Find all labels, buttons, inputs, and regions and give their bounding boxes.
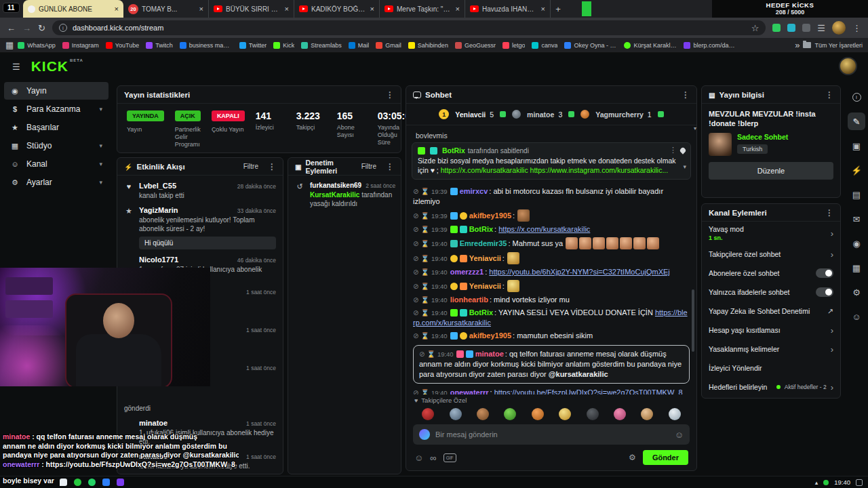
quick-emote[interactable] xyxy=(504,408,516,420)
mention[interactable]: @kursatkarakilic xyxy=(549,370,608,378)
filter-button[interactable]: Filtre xyxy=(361,163,376,170)
bookmark-twitch[interactable]: Twitch xyxy=(143,42,176,49)
card-icon[interactable] xyxy=(848,186,865,203)
action-account-age[interactable]: Hesap yaşı kısıtlaması xyxy=(702,321,840,340)
reload-icon[interactable] xyxy=(38,23,45,33)
whatsapp-icon[interactable] xyxy=(88,479,96,486)
quick-emote[interactable] xyxy=(422,408,434,420)
sidebar-item-ayarlar[interactable]: Ayarlar xyxy=(4,174,108,191)
kick-live-icon[interactable] xyxy=(74,479,81,486)
lightning-icon[interactable] xyxy=(848,161,865,179)
close-tab-icon[interactable] xyxy=(285,5,289,13)
bookmark-star-icon[interactable] xyxy=(751,23,760,33)
edit-icon[interactable] xyxy=(848,113,865,130)
extensions-puzzle-icon[interactable] xyxy=(802,24,810,32)
sidebar-item-kanal[interactable]: Kanal xyxy=(4,155,108,173)
chat-scrollbar[interactable] xyxy=(692,289,694,352)
bookmark-letgo[interactable]: letgo xyxy=(500,42,528,49)
timeout-user-icon[interactable] xyxy=(420,296,429,304)
tab-buyuk-sirri[interactable]: BÜYÜK SIRRI ÇÖ... xyxy=(209,0,294,18)
tab-kadikoy-bogasi[interactable]: KADIKÖY BOĞASI @Asitmen İ... xyxy=(294,0,380,18)
tab-havuzda-ihanet[interactable]: Havuzda İHANET! Fenomen ALİ... xyxy=(465,0,551,18)
delete-message-icon[interactable] xyxy=(413,240,418,247)
bookmark-geoguessr[interactable]: GeoGuessr xyxy=(452,42,498,49)
new-tab-button[interactable] xyxy=(551,1,566,16)
timeout-user-icon[interactable] xyxy=(420,309,429,317)
sidebar-item-para-kazanma[interactable]: Para Kazanma xyxy=(4,100,108,118)
leaderboard-user[interactable]: minatoe xyxy=(527,110,554,119)
close-tab-icon[interactable] xyxy=(456,5,460,13)
sad-emote[interactable] xyxy=(507,252,519,264)
timeout-user-icon[interactable] xyxy=(420,283,429,290)
timeout-user-icon[interactable] xyxy=(420,226,429,233)
emote-picker-icon[interactable] xyxy=(675,430,684,440)
chat-username[interactable]: minatoe xyxy=(475,350,507,358)
messages-icon[interactable] xyxy=(848,210,865,228)
quick-emote[interactable] xyxy=(641,408,653,420)
bookmark-blerp[interactable]: blerp.com/dashboar... xyxy=(681,42,739,49)
camera-app-icon[interactable] xyxy=(102,479,110,486)
profile-avatar[interactable] xyxy=(839,57,857,75)
url-bar[interactable]: dashboard.kick.com/stream xyxy=(52,20,766,35)
infinity-icon[interactable] xyxy=(430,453,436,463)
delete-message-icon[interactable] xyxy=(413,255,418,262)
close-tab-icon[interactable] xyxy=(370,5,374,13)
site-info-icon[interactable] xyxy=(59,24,67,32)
delete-message-icon[interactable] xyxy=(419,350,425,358)
quick-emote[interactable] xyxy=(559,408,571,420)
category-label[interactable]: Sadece Sohbet xyxy=(737,133,788,141)
bookmark-sahibinden[interactable]: Sahibinden xyxy=(406,42,451,49)
all-bookmarks-button[interactable]: Tüm Yer İşaretleri xyxy=(795,40,863,50)
facepalm-emote[interactable] xyxy=(647,237,659,249)
delete-message-icon[interactable] xyxy=(413,212,418,220)
forward-icon[interactable] xyxy=(22,23,31,33)
subscribers-only-toggle[interactable] xyxy=(816,268,833,278)
quick-emote[interactable] xyxy=(669,408,681,420)
message-link[interactable]: https://youtu.be/6hXjp2Y-NYM?si=C327tIMo… xyxy=(489,268,669,276)
close-tab-icon[interactable] xyxy=(115,5,119,13)
quick-emote[interactable] xyxy=(587,408,599,420)
adblock-extension-icon[interactable] xyxy=(772,24,781,32)
extension-icon[interactable] xyxy=(787,24,795,32)
voice-donate-icon[interactable] xyxy=(419,429,430,440)
delete-message-icon[interactable] xyxy=(413,268,418,276)
delete-message-icon[interactable] xyxy=(413,226,418,233)
back-icon[interactable] xyxy=(7,23,16,33)
pinned-expand-icon[interactable] xyxy=(683,163,686,170)
edit-stream-info-button[interactable]: Düzenle xyxy=(709,162,833,180)
tray-app-icon[interactable] xyxy=(823,480,829,485)
pinned-menu-icon[interactable] xyxy=(669,146,677,155)
facepalm-emote[interactable] xyxy=(633,237,646,249)
mammoth-emote[interactable] xyxy=(517,209,530,222)
bookmark-okey-oyna[interactable]: Okey Oyna - Canlı 1... xyxy=(561,42,620,49)
chat-username[interactable]: Emredemir35 xyxy=(460,239,511,247)
facepalm-emote[interactable] xyxy=(620,237,632,249)
chat-username[interactable]: onewaterrr xyxy=(450,388,492,394)
panel-menu-icon[interactable] xyxy=(386,90,394,100)
chat-username[interactable]: Yeniavcii xyxy=(469,282,505,290)
tab-merve-taskin[interactable]: Merve Taşkın: "Türkiye'nin Beni... xyxy=(380,0,465,18)
chat-username[interactable]: BotRix xyxy=(469,225,497,233)
chat-username[interactable]: lionheartib xyxy=(450,296,492,304)
tray-expand-icon[interactable] xyxy=(815,479,818,486)
delete-message-icon[interactable] xyxy=(413,188,418,195)
chat-username[interactable]: BotRix xyxy=(469,308,497,317)
community-icon[interactable] xyxy=(848,308,865,325)
quick-emote[interactable] xyxy=(532,408,544,420)
action-emote-only[interactable]: Yalnızca ifadelerle sohbet xyxy=(702,283,840,302)
laugh-emote[interactable] xyxy=(507,280,519,292)
tab-gunluk-abone[interactable]: GÜNLÜK ABONE xyxy=(23,0,123,18)
timeout-user-icon[interactable] xyxy=(420,255,429,262)
action-raid[interactable]: İzleyici Yönlendir xyxy=(702,359,840,378)
panel-menu-icon[interactable] xyxy=(825,90,833,100)
timeout-user-icon[interactable] xyxy=(420,332,429,340)
address-text[interactable]: dashboard.kick.com/stream xyxy=(73,24,746,32)
pinned-link[interactable]: https://www.instagram.com/kursatkarakili… xyxy=(530,166,669,174)
action-followers-only[interactable]: Takipçilere özel sohbet xyxy=(702,245,840,264)
action-slow-mode[interactable]: Yavaş mod 1 sn. xyxy=(702,222,840,245)
extension-menu-icon[interactable] xyxy=(817,23,825,33)
delete-message-icon[interactable] xyxy=(413,283,418,290)
bookmark-gmail[interactable]: Gmail xyxy=(373,42,404,49)
timeout-user-icon[interactable] xyxy=(427,350,435,358)
info-icon[interactable] xyxy=(848,88,865,106)
